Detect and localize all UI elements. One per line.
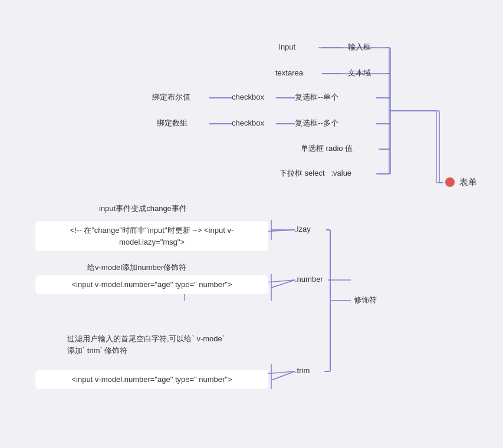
- node-lazy-code: <!-- 在"change"时而非"input"时更新 --> <input v…: [35, 221, 268, 251]
- node-checkbox1-desc: 复选框--单个: [295, 92, 338, 103]
- root-dot: [445, 177, 455, 187]
- node-select-desc: 下拉框 select :value: [280, 168, 351, 179]
- node-number-code: <input v-model.number="age" type=" numbe…: [35, 275, 268, 294]
- node-trim: .trim: [295, 365, 310, 376]
- node-checkbox2-desc: 复选框--多个: [295, 118, 338, 129]
- node-trim-label: 过滤用户输入的首尾空白字符,可以给` v-mode` 添加` trim` 修饰符: [24, 333, 268, 356]
- diagram: 表单 input 输入框 textarea 文本域 绑定布尔值 checkbox…: [0, 0, 503, 448]
- root-label: 表单: [459, 176, 477, 188]
- node-bind-arr: 绑定数组: [157, 118, 188, 129]
- node-checkbox2: checkbox: [232, 118, 264, 129]
- node-input-desc: 输入框: [348, 42, 371, 52]
- node-radio-desc: 单选框 radio 值: [301, 143, 353, 154]
- node-input: input: [279, 42, 295, 52]
- node-number: .number: [295, 274, 323, 285]
- svg-line-48: [271, 280, 295, 288]
- node-trim-code: <input v-model.number="age" type=" numbe…: [35, 370, 268, 389]
- node-checkbox1: checkbox: [232, 92, 264, 103]
- node-bind-bool: 绑定布尔值: [152, 92, 190, 103]
- node-textarea-desc: 文本域: [348, 68, 371, 78]
- node-number-label: 给v-model添加number修饰符: [87, 262, 186, 273]
- node-lazy: .lzay: [295, 224, 311, 235]
- node-input-change: input事件变成change事件: [99, 203, 187, 214]
- svg-line-50: [271, 371, 295, 380]
- root-node: 表单: [445, 176, 477, 188]
- node-textarea: textarea: [275, 68, 303, 78]
- node-modifier-label: 修饰符: [354, 295, 377, 305]
